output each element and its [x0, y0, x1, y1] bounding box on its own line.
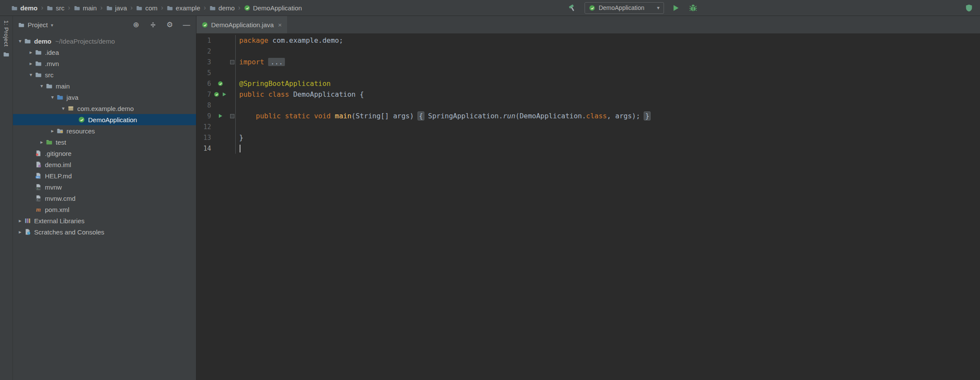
run-gutter-icon[interactable]	[221, 92, 227, 97]
code-line[interactable]: 13}	[196, 132, 980, 143]
run-config-label: DemoApplication	[599, 4, 654, 11]
code-token: com.example.demo;	[268, 36, 343, 44]
breadcrumb-label: java	[115, 4, 127, 12]
breadcrumb-item[interactable]: example	[167, 4, 200, 12]
tree-item-resources[interactable]: ▸resources	[13, 125, 196, 136]
git-file-icon	[35, 150, 42, 157]
breadcrumb-item[interactable]: com	[136, 4, 157, 12]
editor-tab[interactable]: DemoApplication.java ×	[196, 16, 287, 33]
breadcrumb-item[interactable]: DemoApplication	[244, 4, 302, 12]
tree-item-help-md[interactable]: MDHELP.md	[13, 170, 196, 181]
code-line[interactable]: 12	[196, 121, 980, 132]
project-stripe-button[interactable]: 1: Project	[3, 20, 9, 57]
line-number: 1	[196, 37, 211, 44]
tree-item-path: ~/IdeaProjects/demo	[55, 38, 115, 45]
chevron-expanded-icon[interactable]: ▾	[38, 83, 45, 89]
chevron-collapsed-icon[interactable]: ▸	[16, 218, 24, 224]
breadcrumb-item[interactable]: java	[106, 4, 127, 12]
chevron-expanded-icon[interactable]: ▾	[49, 94, 56, 100]
code-token: run	[503, 112, 515, 120]
panel-title[interactable]: Project	[28, 21, 48, 28]
line-number: 5	[196, 69, 211, 77]
code-token: }	[239, 133, 243, 142]
breadcrumb-item[interactable]: main	[74, 4, 97, 12]
code-token: main	[335, 112, 352, 120]
tree-item-label: demo.iml	[45, 161, 71, 168]
chevron-collapsed-icon[interactable]: ▸	[27, 60, 35, 66]
tree-item--mvn[interactable]: ▸.mvn	[13, 58, 196, 69]
chevron-down-icon[interactable]: ▾	[51, 22, 54, 28]
chevron-expanded-icon[interactable]: ▾	[27, 72, 35, 78]
code-editor[interactable]: 1package com.example.demo;23import ...56…	[196, 34, 980, 380]
fold-column	[229, 60, 235, 64]
run-gutter-icon[interactable]	[218, 113, 223, 119]
run-config-select[interactable]: DemoApplication ▾	[585, 2, 664, 14]
debug-button[interactable]	[688, 3, 699, 13]
folder-dark-icon	[167, 5, 173, 11]
fold-marker-icon[interactable]	[230, 114, 234, 118]
ide-window: demo›src›main›java›com›example›demo›Demo…	[0, 0, 980, 380]
code-token: package	[239, 36, 268, 44]
code-token[interactable]: {	[418, 112, 424, 120]
hide-icon[interactable]: —	[182, 21, 191, 29]
chevron-collapsed-icon[interactable]: ▸	[49, 128, 56, 134]
code-token: (DemoApplication.	[515, 112, 586, 120]
tree-item-mvnw-cmd[interactable]: >_mvnw.cmd	[13, 193, 196, 204]
tree-item--gitignore[interactable]: .gitignore	[13, 148, 196, 159]
code-token: , args);	[607, 112, 645, 120]
tree-item-com-example-demo[interactable]: ▾com.example.demo	[13, 103, 196, 114]
tree-item-label: .gitignore	[45, 150, 72, 157]
run-button[interactable]	[671, 3, 681, 13]
code-line[interactable]: 5	[196, 67, 980, 78]
spring-bean-icon[interactable]	[214, 92, 219, 97]
fold-marker-icon[interactable]	[230, 60, 234, 64]
tree-item-java[interactable]: ▾java	[13, 92, 196, 103]
code-token[interactable]: }	[644, 112, 650, 120]
chevron-expanded-icon[interactable]: ▾	[16, 38, 24, 44]
code-line[interactable]: 8	[196, 100, 980, 111]
coverage-button[interactable]	[964, 3, 974, 13]
tree-item-label: demo	[34, 38, 51, 45]
settings-icon[interactable]: ⚙	[165, 21, 174, 29]
chevron-collapsed-icon[interactable]: ▸	[38, 139, 45, 145]
tree-item-demoapplication[interactable]: DemoApplication	[13, 114, 196, 125]
code-line[interactable]: 1package com.example.demo;	[196, 35, 980, 46]
fold-column	[229, 114, 235, 118]
close-icon[interactable]: ×	[278, 21, 282, 28]
code-line[interactable]: 14	[196, 143, 980, 154]
code-line[interactable]: 2	[196, 46, 980, 57]
tree-item-label: mvnw	[45, 184, 62, 191]
tree-item-demo-iml[interactable]: demo.iml	[13, 159, 196, 170]
collapse-all-icon[interactable]	[149, 21, 157, 29]
code-text	[235, 46, 980, 57]
tree-item-mvnw[interactable]: >_mvnw	[13, 181, 196, 193]
tree-item-src[interactable]: ▾src	[13, 69, 196, 80]
line-number: 12	[196, 123, 211, 131]
breadcrumb-item[interactable]: src	[47, 4, 64, 12]
spring-bean-icon[interactable]	[218, 81, 223, 86]
tree-item-external-libraries[interactable]: ▸External Libraries	[13, 215, 196, 226]
code-line[interactable]: 6@SpringBootApplication	[196, 78, 980, 89]
tree-item-main[interactable]: ▾main	[13, 80, 196, 92]
build-hammer-icon[interactable]	[567, 3, 578, 13]
tree-item-scratches-and-consoles[interactable]: ▸Scratches and Consoles	[13, 226, 196, 238]
tree-item-test[interactable]: ▸test	[13, 136, 196, 148]
chevron-expanded-icon[interactable]: ▾	[60, 105, 67, 111]
code-line[interactable]: 9 public static void main(String[] args)…	[196, 111, 980, 121]
breadcrumb-label: DemoApplication	[253, 4, 302, 12]
code-line[interactable]: 7public class DemoApplication {	[196, 89, 980, 100]
code-text	[235, 100, 980, 111]
chevron-collapsed-icon[interactable]: ▸	[16, 229, 24, 235]
breadcrumb-item[interactable]: demo	[209, 4, 235, 12]
line-number: 7	[196, 91, 211, 98]
locate-icon[interactable]: ⊕	[132, 21, 140, 29]
tree-item--idea[interactable]: ▸.idea	[13, 47, 196, 58]
tree-item-pom-xml[interactable]: mpom.xml	[13, 204, 196, 215]
tree-item-demo[interactable]: ▾demo~/IdeaProjects/demo	[13, 35, 196, 47]
breadcrumb-item[interactable]: demo	[11, 4, 38, 12]
md-file-icon: MD	[35, 172, 42, 179]
tree-item-label: main	[56, 82, 70, 90]
code-token[interactable]: ...	[268, 58, 285, 66]
chevron-collapsed-icon[interactable]: ▸	[27, 49, 35, 55]
code-line[interactable]: 3import ...	[196, 57, 980, 67]
